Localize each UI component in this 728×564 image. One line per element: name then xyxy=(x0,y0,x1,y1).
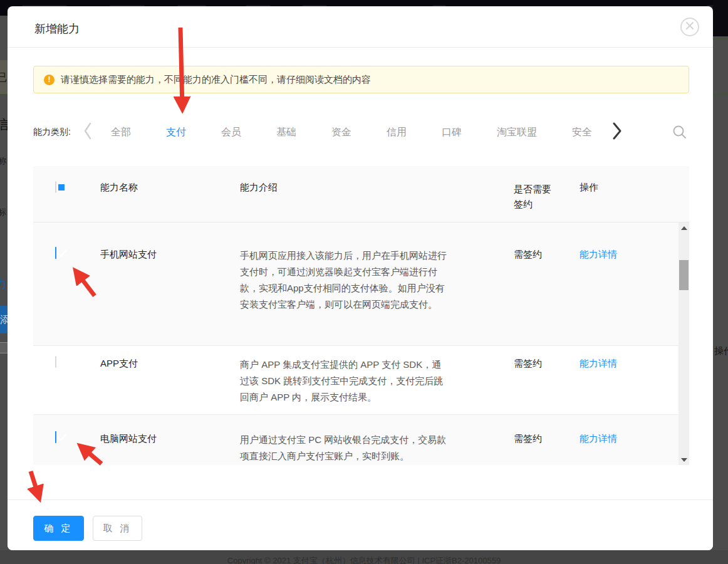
background-box-fragment xyxy=(0,342,8,353)
close-button[interactable] xyxy=(680,18,699,36)
capability-detail-link[interactable]: 能力详情 xyxy=(580,357,617,370)
sign-required: 需签约 xyxy=(514,357,580,414)
scroll-up-button[interactable] xyxy=(679,222,689,233)
capability-desc: 用户通过支付宝 PC 网站收银台完成支付，交易款项直接汇入商户支付宝账户，实时到… xyxy=(240,432,447,464)
close-icon xyxy=(685,21,694,33)
background-text-fragment: 图标 xyxy=(0,207,6,218)
row-checkbox[interactable] xyxy=(55,431,56,443)
scrollbar-thumb[interactable] xyxy=(679,260,689,290)
capability-name: 手机网站支付 xyxy=(100,248,240,345)
confirm-button[interactable]: 确 定 xyxy=(33,516,84,541)
warning-banner: ! 请谨慎选择需要的能力，不同能力的准入门槛不同，请仔细阅读文档的内容 xyxy=(33,66,689,93)
tab-member[interactable]: 会员 xyxy=(221,126,241,139)
background-divider xyxy=(0,94,8,95)
sign-required: 需签约 xyxy=(514,432,580,465)
tab-koubei[interactable]: 口碑 xyxy=(442,126,462,139)
capability-desc: 商户 APP 集成支付宝提供的 APP 支付 SDK，通过该 SDK 跳转到支付… xyxy=(240,357,447,405)
warning-text: 请谨慎选择需要的能力，不同能力的准入门槛不同，请仔细阅读文档的内容 xyxy=(61,74,371,86)
tab-taobao-union[interactable]: 淘宝联盟 xyxy=(497,126,537,139)
background-footer: Copyright © 2021 支付宝（杭州）信息技术有限公司 | ICP证浙… xyxy=(0,550,728,564)
capability-detail-link[interactable]: 能力详情 xyxy=(580,432,617,445)
modal-header: 新增能力 xyxy=(8,6,713,48)
copyright-text: Copyright © 2021 支付宝（杭州）信息技术有限公司 | ICP证浙… xyxy=(0,555,728,564)
tab-all[interactable]: 全部 xyxy=(111,126,131,139)
background-dark-strip xyxy=(713,0,728,36)
capability-table: 能力名称 能力介绍 是否需要签约 操作 手机网站支付 手机网页应用接入该能力后，… xyxy=(33,166,689,465)
cancel-button[interactable]: 取 消 xyxy=(93,516,142,541)
capability-name: 电脑网站支付 xyxy=(100,432,240,465)
tab-basic[interactable]: 基础 xyxy=(276,126,296,139)
category-tabs: 全部 支付 会员 基础 资金 信用 口碑 淘宝联盟 安全 xyxy=(93,126,610,139)
row-checkbox[interactable] xyxy=(55,247,56,259)
modal-title: 新增能力 xyxy=(34,21,80,36)
select-all-checkbox[interactable] xyxy=(55,181,56,193)
background-button-fragment: 添 xyxy=(0,306,8,333)
tab-credit[interactable]: 信用 xyxy=(387,126,407,139)
modal-footer: 确 定 取 消 xyxy=(8,499,713,550)
triangle-up-icon xyxy=(681,226,687,230)
triangle-down-icon xyxy=(681,458,687,462)
chevron-right-icon[interactable] xyxy=(611,121,623,144)
background-text-fragment: 名称 xyxy=(0,155,6,167)
capability-desc: 手机网页应用接入该能力后，用户在手机网站进行支付时，可通过浏览器唤起支付宝客户端… xyxy=(240,248,447,313)
tab-payment[interactable]: 支付 xyxy=(166,126,186,139)
row-checkbox[interactable] xyxy=(55,356,56,368)
background-text-fragment: 力 xyxy=(0,276,7,293)
vertical-scrollbar[interactable] xyxy=(679,222,689,465)
warning-icon: ! xyxy=(44,75,55,85)
background-divider xyxy=(713,94,728,95)
category-label: 能力类别: xyxy=(33,127,71,138)
chevron-left-icon[interactable] xyxy=(82,122,93,143)
table-scroll-area: 手机网站支付 手机网页应用接入该能力后，用户在手机网站进行支付时，可通过浏览器唤… xyxy=(33,222,689,465)
column-header-desc: 能力介绍 xyxy=(240,166,514,222)
tab-security[interactable]: 安全 xyxy=(572,126,592,139)
background-text-fragment: 已 xyxy=(0,70,7,85)
sign-required: 需签约 xyxy=(514,248,580,345)
table-row: 手机网站支付 手机网页应用接入该能力后，用户在手机网站进行支付时，可通过浏览器唤… xyxy=(33,222,689,346)
background-divider xyxy=(713,38,728,39)
category-filter-bar: 能力类别: 全部 支付 会员 基础 资金 信用 口碑 淘宝联盟 安全 xyxy=(33,120,689,145)
search-icon[interactable] xyxy=(672,124,688,140)
capability-name: APP支付 xyxy=(100,357,240,414)
table-header: 能力名称 能力介绍 是否需要签约 操作 xyxy=(33,166,689,222)
background-text-fragment: 操作 xyxy=(714,345,728,357)
tab-funds[interactable]: 资金 xyxy=(331,126,351,139)
column-header-action: 操作 xyxy=(580,166,689,222)
table-row: APP支付 商户 APP 集成支付宝提供的 APP 支付 SDK，通过该 SDK… xyxy=(33,346,689,415)
capability-detail-link[interactable]: 能力详情 xyxy=(580,248,617,261)
table-row: 电脑网站支付 用户通过支付宝 PC 网站收银台完成支付，交易款项直接汇入商户支付… xyxy=(33,415,689,465)
column-header-name: 能力名称 xyxy=(100,166,240,222)
add-capability-modal: 新增能力 ! 请谨慎选择需要的能力，不同能力的准入门槛不同，请仔细阅读文档的内容… xyxy=(8,6,713,550)
column-header-sign: 是否需要签约 xyxy=(514,166,580,222)
scroll-down-button[interactable] xyxy=(679,454,689,465)
